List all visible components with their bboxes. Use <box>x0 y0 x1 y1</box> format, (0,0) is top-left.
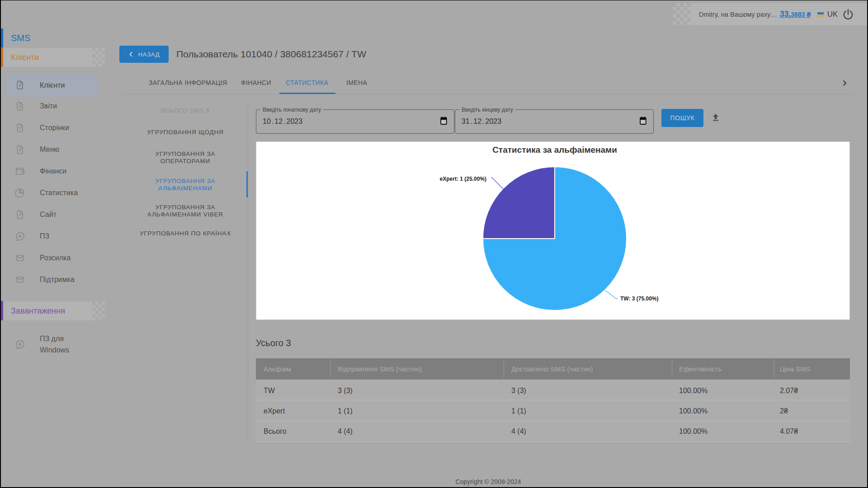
svg-text:TW: 3 (75.00%): TW: 3 (75.00%) <box>620 296 658 302</box>
svg-text:Статистика за альфаіменами: Статистика за альфаіменами <box>492 145 617 155</box>
svg-text:eXpert: 1 (25.00%): eXpert: 1 (25.00%) <box>440 176 486 182</box>
